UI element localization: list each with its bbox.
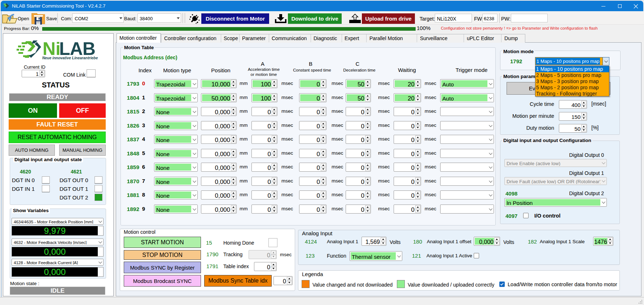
svg-text:Neue innovative Linearantriebe: Neue innovative Linearantriebe — [42, 56, 98, 60]
